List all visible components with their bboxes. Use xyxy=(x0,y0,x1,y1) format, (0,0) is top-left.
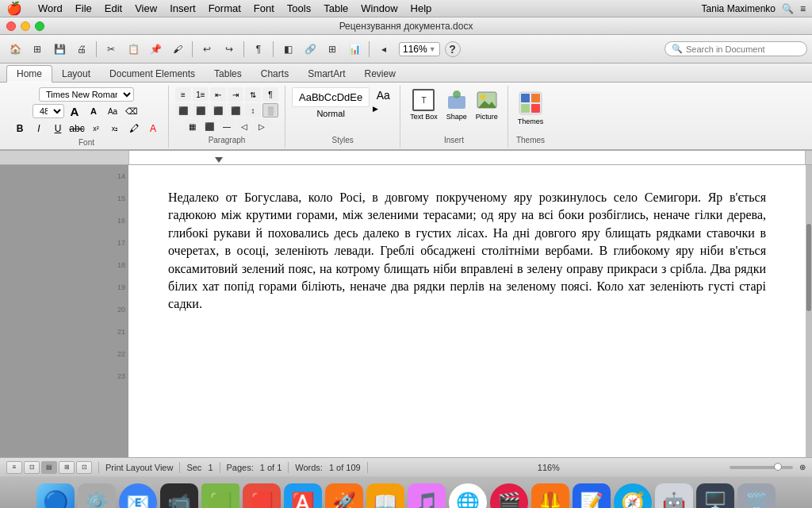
sort-btn[interactable]: ⇅ xyxy=(245,87,261,102)
menu-insert[interactable]: Insert xyxy=(170,2,196,14)
tab-home[interactable]: Home xyxy=(6,65,52,83)
dock-safari[interactable]: 🧭 xyxy=(614,483,652,509)
decrease-indent-btn[interactable]: ◁ xyxy=(236,119,252,133)
scroll-thumb[interactable] xyxy=(806,224,811,311)
zoom-out-btn[interactable]: ◂ xyxy=(373,39,394,60)
dock-ibooks[interactable]: 📖 xyxy=(366,483,404,509)
shape-insert-btn[interactable]: Shape xyxy=(442,87,471,122)
zoom-icon[interactable]: ⊕ xyxy=(799,463,806,471)
align-center-btn[interactable]: ⬛ xyxy=(193,103,209,117)
align-left-btn[interactable]: ⬛ xyxy=(175,103,191,117)
change-styles-btn[interactable]: Aa xyxy=(373,87,393,103)
scroll-track[interactable] xyxy=(806,165,812,457)
zoom-thumb[interactable] xyxy=(774,463,782,471)
apple-menu[interactable]: 🍎 xyxy=(6,1,22,16)
menu-window[interactable]: Window xyxy=(361,2,397,14)
subscript-btn[interactable]: x₂ xyxy=(106,121,124,137)
menu-view[interactable]: View xyxy=(135,2,157,14)
document-page[interactable]: Недалеко от Богуслава, коло Росі, в довг… xyxy=(128,165,806,457)
redo-btn[interactable]: ↪ xyxy=(219,39,239,60)
font-color-btn[interactable]: A xyxy=(144,121,162,137)
font-case-btn[interactable]: Aa xyxy=(104,103,121,119)
maximize-button[interactable] xyxy=(35,21,44,31)
dock-quicktime[interactable]: 🎬 xyxy=(490,483,528,509)
tab-charts[interactable]: Charts xyxy=(251,66,298,82)
dock-itunes[interactable]: 🎵 xyxy=(408,483,446,509)
print-btn[interactable]: 🖨 xyxy=(71,39,92,60)
dock-downloads[interactable]: 🟥 xyxy=(243,483,281,509)
dock-vlc[interactable]: 🦺 xyxy=(531,483,569,509)
menu-format[interactable]: Format xyxy=(209,2,241,14)
link-btn[interactable]: 🔗 xyxy=(300,39,320,60)
undo-btn[interactable]: ↩ xyxy=(197,39,217,60)
themes-btn[interactable]: Themes xyxy=(515,87,547,129)
tab-smartart[interactable]: SmartArt xyxy=(298,66,354,82)
menu-help[interactable]: Help xyxy=(411,2,432,14)
align-right-btn[interactable]: ⬛ xyxy=(210,103,226,117)
paste-btn[interactable]: 📌 xyxy=(145,39,166,60)
grid-btn[interactable]: ⊞ xyxy=(27,39,48,60)
zoom-dropdown-icon[interactable]: ▼ xyxy=(429,45,436,53)
format-painter-btn[interactable]: 🖌 xyxy=(167,39,188,60)
border-weight-btn[interactable]: — xyxy=(219,119,235,133)
highlight-btn[interactable]: 🖍 xyxy=(125,121,143,137)
strikethrough-button[interactable]: abc xyxy=(68,121,86,137)
dock-finder[interactable]: 🔵 xyxy=(36,483,75,509)
tab-review[interactable]: Review xyxy=(354,66,404,82)
font-shrink-btn[interactable]: A xyxy=(85,103,102,119)
menu-edit[interactable]: Edit xyxy=(105,2,122,14)
tab-document-elements[interactable]: Document Elements xyxy=(100,66,205,82)
outdent-btn[interactable]: ⇤ xyxy=(210,87,226,102)
bold-button[interactable]: B xyxy=(11,121,29,137)
increase-indent-btn[interactable]: ▷ xyxy=(254,119,270,133)
superscript-btn[interactable]: x² xyxy=(87,121,105,137)
menu-table[interactable]: Table xyxy=(324,2,348,14)
dock-facetime[interactable]: 📹 xyxy=(160,483,198,509)
bullets-btn[interactable]: ≡ xyxy=(175,87,191,102)
view-btn-1[interactable]: ≡ xyxy=(6,461,22,474)
numbering-btn[interactable]: 1≡ xyxy=(193,87,209,102)
dock-remote[interactable]: 🖥️ xyxy=(696,483,734,509)
document-content[interactable]: Недалеко от Богуслава, коло Росі, в довг… xyxy=(168,189,766,314)
zoom-slider[interactable] xyxy=(730,466,793,469)
dock-appstore[interactable]: 🅰️ xyxy=(284,483,322,509)
help-btn[interactable]: ? xyxy=(445,41,461,57)
font-family-select[interactable]: Times New Roman xyxy=(39,87,134,102)
view-btn-4[interactable]: ⊞ xyxy=(59,461,75,474)
align-left-tb[interactable]: ◧ xyxy=(278,39,298,60)
tab-layout[interactable]: Layout xyxy=(52,66,100,82)
line-spacing-btn[interactable]: ↕ xyxy=(245,103,261,117)
close-button[interactable] xyxy=(6,21,16,31)
italic-button[interactable]: I xyxy=(30,121,48,137)
cut-btn[interactable]: ✂ xyxy=(101,39,121,60)
view-btn-3[interactable]: ▤ xyxy=(41,461,57,474)
indent-btn[interactable]: ⇥ xyxy=(228,87,243,102)
font-size-select[interactable]: 48 xyxy=(33,104,64,118)
search-input[interactable] xyxy=(686,44,789,54)
dock-chrome[interactable]: 🌐 xyxy=(449,483,487,509)
pilcrow-btn[interactable]: ¶ xyxy=(248,39,269,60)
minimize-button[interactable] xyxy=(21,21,30,31)
font-grow-btn[interactable]: A xyxy=(66,103,83,119)
picture-insert-btn[interactable]: Picture xyxy=(473,87,501,122)
tab-tables[interactable]: Tables xyxy=(205,66,251,82)
dock-trash[interactable]: 🗑️ xyxy=(737,483,776,509)
shading-btn[interactable]: ░ xyxy=(262,103,278,117)
menu-font[interactable]: Font xyxy=(254,2,274,14)
home-btn[interactable]: 🏠 xyxy=(5,39,25,60)
view-btn-2[interactable]: ⊡ xyxy=(24,461,40,474)
table-tb[interactable]: ⊞ xyxy=(322,39,343,60)
justify-btn[interactable]: ⬛ xyxy=(228,103,243,117)
menu-tools[interactable]: Tools xyxy=(287,2,311,14)
dock-sysprefs[interactable]: ⚙️ xyxy=(78,483,116,509)
dock-automator[interactable]: 🤖 xyxy=(655,483,693,509)
menu-list-icon[interactable]: ≡ xyxy=(800,3,806,14)
menu-file[interactable]: File xyxy=(75,2,92,14)
chart-tb[interactable]: 📊 xyxy=(344,39,365,60)
border-color-btn[interactable]: ⬛ xyxy=(201,119,217,133)
underline-button[interactable]: U xyxy=(49,121,67,137)
dock-word[interactable]: 📝 xyxy=(573,483,611,509)
textbox-insert-btn[interactable]: T Text Box xyxy=(407,87,441,122)
dock-minecraft[interactable]: 🟩 xyxy=(201,483,239,509)
copy-btn[interactable]: 📋 xyxy=(123,39,144,60)
